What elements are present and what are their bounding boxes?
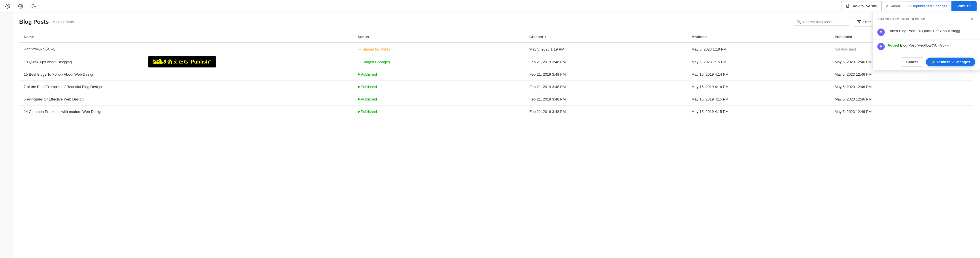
publish-changes-btn[interactable]: ⚡ Publish 2 Changes	[926, 58, 975, 66]
published-date: May 5, 2023 12:46 PM	[835, 97, 872, 101]
arrow-icon: →	[358, 60, 361, 64]
modified-date: May 5, 2023 1:15 PM	[692, 60, 727, 64]
cell-modified: May 5, 2023 1:19 PM	[687, 43, 830, 56]
dot-icon	[358, 98, 360, 100]
topbar-right: Back to live site ✓ Saved 2 Unpublished …	[841, 1, 977, 11]
cell-name: 7 of the Best Examples of Beautiful Blog…	[19, 81, 353, 93]
table-row[interactable]: 7 of the Best Examples of Beautiful Blog…	[19, 81, 973, 93]
change-text: Edited Blog Post "10 Quick Tips About Bl…	[888, 28, 963, 33]
published-date: May 5, 2023 12:46 PM	[835, 85, 872, 89]
filter-icon	[857, 20, 861, 24]
search-icon: 🔍	[797, 20, 801, 24]
table-row[interactable]: 5 Principles Of Effective Web Design Pub…	[19, 93, 973, 106]
settings-icon-btn[interactable]	[3, 2, 12, 10]
globe-icon-btn[interactable]	[16, 2, 25, 10]
filter-label: Filter	[863, 20, 871, 24]
cell-modified: May 15, 2019 4:15 PM	[687, 93, 830, 106]
cell-created: Feb 21, 2019 3:48 PM	[525, 81, 687, 93]
blog-count: 6 Blog Posts	[53, 20, 74, 24]
saved-indicator: ✓ Saved	[881, 1, 904, 11]
moon-icon	[31, 4, 36, 9]
col-created-header[interactable]: Created ▼	[525, 31, 687, 43]
back-to-live-label: Back to live site	[851, 4, 877, 8]
cell-status: Published	[353, 81, 525, 93]
cancel-label: Cancel	[906, 60, 918, 64]
cell-published: May 5, 2023 12:46 PM	[830, 106, 973, 118]
created-date: Feb 21, 2019 3:48 PM	[529, 109, 566, 114]
saved-text: Saved	[889, 4, 900, 8]
external-link-icon	[846, 4, 850, 8]
table-row[interactable]: webflowのいろいろ → Staged for Publish May 5,…	[19, 43, 973, 56]
created-date: Feb 21, 2019 3:48 PM	[529, 72, 566, 76]
cell-created: Feb 21, 2019 3:48 PM	[525, 56, 687, 68]
published-date: May 5, 2023 12:46 PM	[835, 109, 872, 114]
col-status-header: Status	[353, 31, 525, 43]
col-name-header: Name	[19, 31, 353, 43]
gear-icon	[5, 4, 10, 9]
created-date: Feb 21, 2019 3:48 PM	[529, 97, 566, 101]
avatar: M	[877, 28, 885, 36]
modified-date: May 15, 2019 4:15 PM	[692, 97, 729, 101]
cell-created: Feb 21, 2019 3:48 PM	[525, 93, 687, 106]
avatar: M	[877, 43, 885, 50]
cell-modified: May 15, 2019 4:14 PM	[687, 81, 830, 93]
back-to-live-btn[interactable]: Back to live site	[841, 1, 881, 11]
change-item: M Added Blog Post "webflowのいろいろ"	[873, 40, 980, 54]
modified-date: May 15, 2019 4:14 PM	[692, 85, 729, 89]
cell-modified: May 5, 2023 1:15 PM	[687, 56, 830, 68]
status-badge: Published	[358, 72, 520, 76]
content-area: Blog Posts 6 Blog Posts 🔍 Filter	[0, 13, 980, 258]
post-name: 15 Best Blogs To Follow About Web Design	[24, 72, 94, 76]
change-action: Added	[888, 43, 899, 47]
main-content: Blog Posts 6 Blog Posts 🔍 Filter	[13, 13, 980, 258]
filter-btn[interactable]: Filter	[853, 17, 875, 27]
search-input[interactable]	[803, 20, 847, 24]
cell-name: 14 Common Problems with modern Web Desig…	[19, 106, 353, 118]
cell-name: 5 Principles Of Effective Web Design	[19, 93, 353, 106]
cell-modified: May 15, 2019 4:14 PM	[687, 68, 830, 81]
globe-icon	[18, 4, 23, 9]
arrow-icon: →	[358, 47, 361, 51]
status-badge: Published	[358, 85, 520, 89]
created-date: Feb 21, 2019 3:48 PM	[529, 85, 566, 89]
modified-date: May 15, 2019 4:14 PM	[692, 72, 729, 76]
post-name: 10 Quick Tips About Blogging	[24, 60, 72, 64]
sort-arrow-icon: ▼	[544, 35, 547, 38]
col-modified-header: Modified	[687, 31, 830, 43]
created-date: Feb 21, 2019 3:48 PM	[529, 60, 566, 64]
cancel-publish-btn[interactable]: Cancel	[901, 57, 923, 66]
post-name: 5 Principles Of Effective Web Design	[24, 97, 84, 101]
publish-panel-title: CHANGES TO BE PUBLISHED:	[877, 17, 927, 21]
cell-published: May 5, 2023 12:46 PM	[830, 81, 973, 93]
unpublished-changes-btn[interactable]: 2 Unpublished Changes	[904, 1, 951, 11]
change-items-container: M Edited Blog Post "10 Quick Tips About …	[873, 25, 980, 54]
cell-status: Published	[353, 106, 525, 118]
table-container: Name Status Created ▼ Modified	[13, 31, 980, 118]
svg-marker-4	[858, 20, 861, 23]
cell-modified: May 15, 2019 4:15 PM	[687, 106, 830, 118]
table-row[interactable]: 15 Best Blogs To Follow About Web Design…	[19, 68, 973, 81]
post-name: 14 Common Problems with modern Web Desig…	[24, 109, 102, 114]
published-date: May 5, 2023 12:46 PM	[835, 60, 872, 64]
change-item: M Edited Blog Post "10 Quick Tips About …	[873, 25, 980, 40]
cell-created: Feb 21, 2019 3:48 PM	[525, 106, 687, 118]
table-body: webflowのいろいろ → Staged for Publish May 5,…	[19, 43, 973, 118]
publish-icon: ⚡	[931, 60, 935, 64]
svg-point-0	[7, 5, 8, 7]
moon-icon-btn[interactable]	[29, 2, 38, 10]
change-action: Edited	[888, 29, 898, 33]
table-row[interactable]: 14 Common Problems with modern Web Desig…	[19, 106, 973, 118]
close-publish-panel-btn[interactable]: ✕	[968, 16, 975, 22]
modified-date: May 15, 2019 4:15 PM	[692, 109, 729, 114]
status-badge: Published	[358, 97, 520, 101]
annotation-text: 編集を終えたら"Publish"	[153, 59, 212, 65]
dot-icon	[358, 73, 360, 75]
dot-icon	[358, 111, 360, 112]
unpublished-label: 2 Unpublished Changes	[908, 4, 948, 8]
table-header: Name Status Created ▼ Modified	[19, 31, 973, 43]
publish-btn[interactable]: Publish	[951, 1, 977, 11]
topbar-icons	[3, 2, 38, 10]
check-icon: ✓	[886, 4, 888, 8]
cell-name: webflowのいろいろ	[19, 43, 353, 56]
created-date: May 5, 2023 1:19 PM	[529, 47, 564, 51]
